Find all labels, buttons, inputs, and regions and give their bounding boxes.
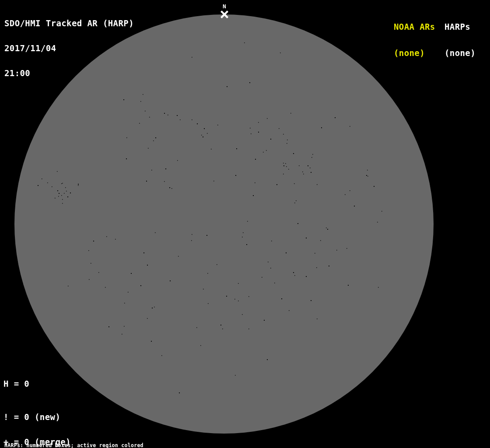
noaa-ars-value: (none) bbox=[394, 49, 435, 57]
noaa-ars-panel: NOAA ARs (none) bbox=[394, 5, 435, 75]
header: SDO/HMI Tracked AR (HARP) 2017/11/04 21:… bbox=[4, 3, 134, 94]
harps-value: (none) bbox=[444, 49, 476, 57]
legend-item-new: ! = 0 (new) bbox=[4, 413, 102, 421]
harps-title: HARPs bbox=[444, 22, 476, 31]
harps-panel: HARPs (none) bbox=[444, 5, 476, 75]
footer-harps-note: HARPs: numbered boxes; active region col… bbox=[4, 443, 188, 448]
observation-date: 2017/11/04 bbox=[4, 44, 134, 52]
page-title: SDO/HMI Tracked AR (HARP) bbox=[4, 19, 134, 28]
footer-caption: HARPs: numbered boxes; active region col… bbox=[4, 433, 188, 448]
noaa-ars-title: NOAA ARs bbox=[394, 22, 435, 31]
harp-count: H = 0 bbox=[4, 380, 102, 388]
north-pole-cross-icon bbox=[220, 10, 229, 19]
north-label: N bbox=[220, 4, 229, 9]
observation-time: 21:00 bbox=[4, 69, 134, 77]
solar-tracking-viewport: SDO/HMI Tracked AR (HARP) 2017/11/04 21:… bbox=[0, 0, 490, 448]
